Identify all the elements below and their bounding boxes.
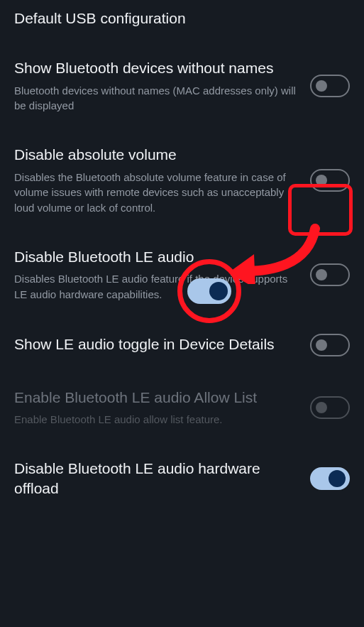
setting-show-bt-no-names[interactable]: Show Bluetooth devices without names Blu… [14, 43, 350, 129]
setting-subtitle: Bluetooth devices without names (MAC add… [14, 83, 300, 114]
setting-enable-bt-le-allow-list: Enable Bluetooth LE audio Allow List Ena… [14, 372, 350, 443]
toggle-enable-bt-le-allow-list [310, 396, 350, 419]
setting-default-usb[interactable]: Default USB configuration [14, 0, 350, 43]
annotation-demo-toggle-on [187, 278, 231, 304]
setting-text: Disable absolute volume Disables the Blu… [14, 145, 300, 216]
toggle-disable-absolute-volume[interactable] [310, 169, 350, 192]
setting-title: Show LE audio toggle in Device Details [14, 334, 300, 354]
settings-list: Default USB configuration Show Bluetooth… [0, 0, 364, 514]
setting-title: Show Bluetooth devices without names [14, 58, 300, 78]
toggle-disable-bt-le-audio[interactable] [310, 263, 350, 286]
setting-disable-bt-le-hw-offload[interactable]: Disable Bluetooth LE audio hardware offl… [14, 443, 350, 515]
setting-subtitle: Disables Bluetooth LE audio feature if t… [14, 271, 300, 302]
setting-title: Disable Bluetooth LE audio [14, 247, 300, 267]
setting-text: Show Bluetooth devices without names Blu… [14, 58, 300, 114]
setting-text: Show LE audio toggle in Device Details [14, 334, 300, 354]
setting-text: Disable Bluetooth LE audio hardware offl… [14, 459, 300, 499]
toggle-disable-bt-le-hw-offload[interactable] [310, 467, 350, 490]
setting-text: Enable Bluetooth LE audio Allow List Ena… [14, 388, 300, 427]
setting-title: Default USB configuration [14, 9, 350, 28]
setting-show-le-audio-toggle[interactable]: Show LE audio toggle in Device Details [14, 318, 350, 372]
setting-title: Disable Bluetooth LE audio hardware offl… [14, 459, 300, 499]
setting-text: Disable Bluetooth LE audio Disables Blue… [14, 247, 300, 302]
setting-text: Default USB configuration [14, 9, 350, 28]
setting-title: Disable absolute volume [14, 145, 300, 165]
toggle-show-bt-no-names[interactable] [310, 75, 350, 97]
setting-subtitle: Disables the Bluetooth absolute volume f… [14, 170, 300, 216]
setting-subtitle: Enable Bluetooth LE audio allow list fea… [14, 412, 300, 427]
toggle-show-le-audio-toggle[interactable] [310, 334, 350, 356]
setting-disable-bt-le-audio[interactable]: Disable Bluetooth LE audio Disables Blue… [14, 231, 350, 318]
setting-title: Enable Bluetooth LE audio Allow List [14, 388, 300, 408]
setting-disable-absolute-volume[interactable]: Disable absolute volume Disables the Blu… [14, 129, 350, 231]
